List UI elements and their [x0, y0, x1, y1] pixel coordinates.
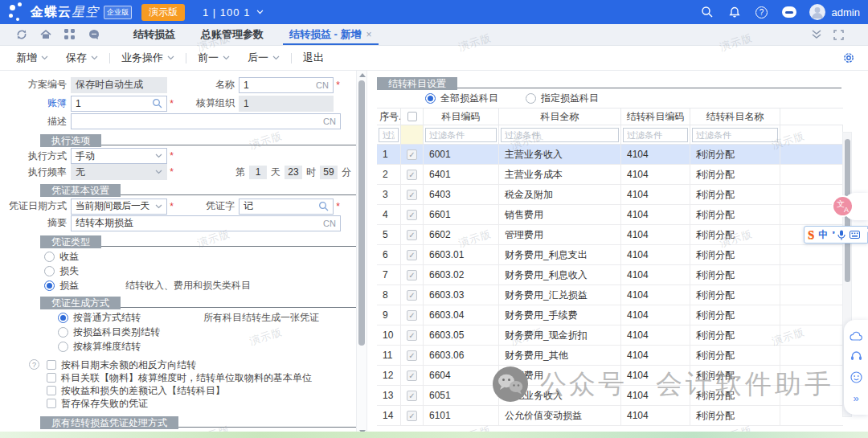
filter-name-input[interactable] [501, 128, 619, 142]
exec-mode-select[interactable]: 手动 [71, 148, 167, 164]
table-row[interactable]: 4✓6601销售费用4104利润分配 [377, 205, 843, 225]
notification-bell-icon[interactable] [727, 5, 742, 19]
avatar[interactable] [809, 4, 825, 20]
filter-code-input[interactable] [425, 128, 497, 142]
table-row[interactable]: 14✓6101公允价值变动损益4104利润分配 [377, 406, 843, 426]
scroll-up-icon[interactable] [359, 73, 366, 77]
row-checkbox[interactable]: ✓ [401, 165, 424, 184]
apps-grid-icon[interactable] [63, 28, 76, 41]
ime-toolbar[interactable]: S 中 ’’ [804, 226, 868, 244]
row-checkbox[interactable]: ✓ [401, 406, 424, 425]
ime-punctuation-icon[interactable]: ’’ [832, 230, 833, 239]
row-checkbox[interactable]: ✓ [401, 346, 424, 365]
settings-gear-icon[interactable] [842, 51, 855, 64]
workspace-selector[interactable]: 1 | 100 1 [203, 6, 250, 18]
search-icon[interactable] [700, 5, 714, 19]
row-checkbox[interactable]: ✓ [401, 145, 424, 164]
refresh-icon[interactable] [15, 28, 28, 41]
help-icon[interactable]: ? [755, 5, 769, 19]
home-icon[interactable] [39, 28, 52, 41]
row-checkbox[interactable]: ✓ [401, 205, 424, 224]
table-row[interactable]: 12✓6604勘探费用4104利润分配 [377, 366, 843, 386]
row-checkbox[interactable]: ✓ [401, 285, 424, 305]
sogou-logo-icon[interactable]: S [808, 228, 814, 242]
vtype-option-income[interactable]: 收益 [0, 249, 356, 264]
filter-target-code-input[interactable] [623, 128, 688, 142]
close-tab-icon[interactable]: × [366, 29, 372, 40]
headset-icon[interactable] [850, 350, 862, 361]
voucher-word-label[interactable]: 凭证字 [176, 199, 239, 213]
check-stage-failed-voucher[interactable]: 暂存保存失败的凭证 [0, 397, 356, 410]
table-row[interactable]: 7✓6603.02财务费用_利息收入4104利润分配 [377, 265, 843, 285]
row-checkbox[interactable]: ✓ [401, 305, 424, 325]
desc-field[interactable]: CN [71, 113, 341, 129]
tab-carryover-pl[interactable]: 结转损益 [121, 24, 188, 45]
row-checkbox[interactable]: ✓ [401, 245, 424, 264]
table-row[interactable]: 1✓6001主营业务收入4104利润分配 [377, 145, 843, 165]
gen-option-by-category[interactable]: 按损益科目类别结转 [0, 325, 356, 339]
table-row[interactable]: 13✓6051其他业务收入4104利润分配 [377, 386, 843, 406]
header-target-name[interactable]: 结转科目名称 [690, 108, 780, 125]
filter-index-input[interactable] [379, 128, 399, 142]
previous-button[interactable]: 前一 [194, 51, 233, 65]
cloud-icon[interactable] [850, 331, 862, 341]
table-row[interactable]: 11✓6603.06财务费用_其他4104利润分配 [377, 346, 843, 366]
scope-all-pl-accounts[interactable]: 全部损益科目 [425, 92, 498, 105]
filter-target-name-input[interactable] [692, 128, 778, 142]
table-row[interactable]: 5✓6602管理费用4104利润分配 [377, 225, 843, 245]
fullscreen-icon[interactable] [833, 30, 844, 40]
collapse-chevrons-icon[interactable] [811, 30, 822, 39]
business-operation-button[interactable]: 业务操作 [118, 51, 178, 65]
vtype-option-pl[interactable]: 损益结转收入、费用和损失类科目 [0, 278, 356, 293]
book-field[interactable]: 1 [71, 96, 167, 112]
table-row[interactable]: 3✓6403税金及附加4104利润分配 [377, 185, 843, 205]
table-row[interactable]: 9✓6603.04财务费用_手续费4104利润分配 [377, 305, 843, 325]
header-account-code[interactable]: 科目编码 [424, 108, 499, 125]
next-button[interactable]: 后一 [244, 51, 283, 65]
check-difference-account[interactable]: 按收益和损失的差额记入【结转科目】 [0, 384, 356, 397]
feedback-smiley-icon[interactable] [850, 371, 862, 383]
message-icon[interactable] [88, 28, 100, 41]
keyboard-icon[interactable] [850, 231, 860, 239]
name-field[interactable]: 1CN [239, 77, 334, 93]
scope-specified-pl-accounts[interactable]: 指定损益科目 [526, 92, 599, 105]
voucher-date-select[interactable]: 当前期间最后一天 [71, 199, 167, 215]
header-account-name[interactable]: 科目全称 [499, 108, 621, 125]
expand-more-icon[interactable]: » [853, 393, 858, 403]
tab-gl-params[interactable]: 总账管理参数 [188, 24, 276, 45]
row-checkbox[interactable]: ✓ [401, 185, 424, 204]
header-checkbox[interactable] [401, 108, 424, 125]
exit-button[interactable]: 退出 [300, 51, 327, 65]
tab-carryover-pl-new[interactable]: 结转损益 - 新增× [276, 24, 385, 45]
save-button[interactable]: 保存 [63, 51, 101, 65]
username[interactable]: admin [832, 6, 860, 18]
new-button[interactable]: 新增 [13, 51, 51, 65]
row-checkbox[interactable]: ✓ [401, 325, 424, 345]
table-row[interactable]: 8✓6603.03财务费用_汇兑损益4104利润分配 [377, 285, 843, 305]
ime-language-icon[interactable]: 中 [818, 228, 828, 242]
table-row[interactable]: 6✓6603.01财务费用_利息支出4104利润分配 [377, 245, 843, 265]
assistant-icon[interactable] [782, 5, 796, 19]
header-target-code[interactable]: 结转科目编码 [621, 108, 690, 125]
check-reverse-direction[interactable]: ?按科目期末余额的相反方向结转 [0, 358, 356, 371]
microphone-icon[interactable] [837, 230, 845, 240]
row-checkbox[interactable]: ✓ [401, 265, 424, 284]
workspace-chevron-icon[interactable] [256, 10, 264, 14]
translate-widget[interactable]: 文A [832, 195, 854, 217]
help-icon[interactable]: ? [29, 359, 39, 370]
lookup-icon[interactable] [318, 201, 329, 211]
summary-field[interactable]: 结转本期损益CN [71, 215, 341, 231]
form-scrollbar[interactable] [356, 71, 367, 438]
gen-option-by-dimension[interactable]: 按核算维度结转 [0, 339, 356, 354]
check-material-unit[interactable]: 科目关联【物料】核算维度时，结转单位取物料的基本单位 [0, 371, 356, 384]
table-row[interactable]: 2✓6401主营业务成本4104利润分配 [377, 165, 843, 185]
row-checkbox[interactable]: ✓ [401, 225, 424, 244]
table-row[interactable]: 10✓6603.05财务费用_现金折扣4104利润分配 [377, 325, 843, 346]
gen-option-normal[interactable]: 按普通方式结转所有科目结转生成一张凭证 [0, 310, 356, 325]
vtype-option-loss[interactable]: 损失 [0, 264, 356, 278]
row-checkbox[interactable]: ✓ [401, 366, 424, 385]
scrollbar-thumb[interactable] [358, 80, 365, 346]
voucher-word-field[interactable]: 记 [239, 199, 334, 215]
lookup-icon[interactable] [152, 98, 162, 108]
row-checkbox[interactable]: ✓ [401, 386, 424, 405]
